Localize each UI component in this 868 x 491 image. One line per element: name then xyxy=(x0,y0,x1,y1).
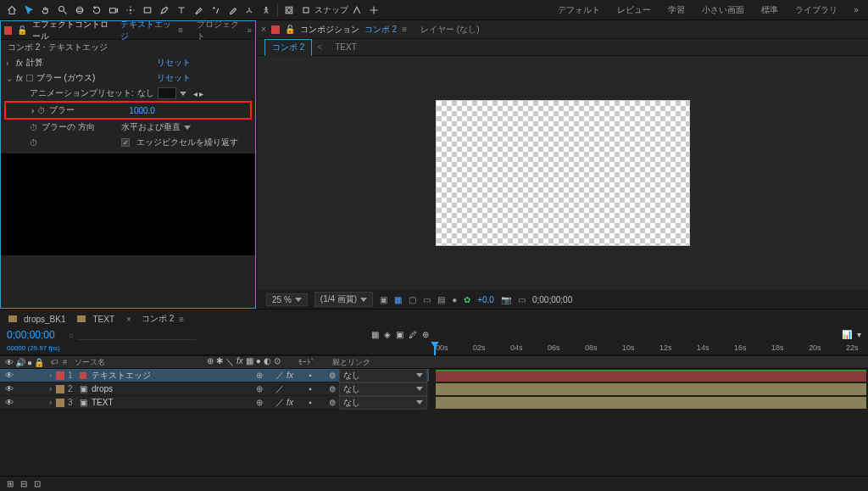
anchor-tool-icon[interactable] xyxy=(122,2,139,19)
fx-row-calculation[interactable]: › fx 計算 リセット xyxy=(1,55,255,70)
audio-toggle-icon[interactable]: 🔊 xyxy=(15,358,25,367)
label-color-swatch[interactable] xyxy=(56,385,64,393)
preset-swatch[interactable] xyxy=(158,87,176,99)
footer-toggle-3[interactable]: ⊡ xyxy=(34,479,41,488)
label-color-swatch[interactable] xyxy=(56,371,64,380)
fx1-reset[interactable]: リセット xyxy=(157,57,191,69)
video-toggle-icon[interactable]: 👁 xyxy=(5,358,14,367)
preset-next-icon[interactable]: ▸ xyxy=(199,89,203,98)
timeline-tab-dropsbk1[interactable]: drops_BK1 xyxy=(8,315,65,324)
blur-value[interactable]: 1000.0 xyxy=(129,106,155,115)
chevron-down-icon[interactable] xyxy=(184,126,191,130)
stopwatch-icon[interactable]: ⏱ xyxy=(30,138,38,148)
preset-prev-icon[interactable]: ◂ xyxy=(193,89,198,98)
pen-tool-icon[interactable] xyxy=(156,2,173,19)
pickwhip-icon[interactable]: ⊚ xyxy=(329,371,336,380)
footer-toggle-1[interactable]: ⊞ xyxy=(7,479,14,488)
lock-toggle-icon[interactable]: 🔒 xyxy=(34,358,44,367)
snap-toggle-icon[interactable] xyxy=(298,2,314,19)
viewer-subtab-text[interactable]: TEXT xyxy=(327,40,364,54)
workspace-default[interactable]: デフォルト xyxy=(551,3,607,18)
exposure-value[interactable]: +0.0 xyxy=(477,295,494,304)
chevron-down-icon[interactable] xyxy=(180,92,186,96)
resolution-dropdown[interactable]: (1/4 画質) xyxy=(314,292,373,307)
viewer-tab-comp[interactable]: コンポ 2 xyxy=(364,24,397,36)
region-icon[interactable]: ▭ xyxy=(423,295,431,304)
tl-icon-1[interactable]: ▦ xyxy=(371,330,379,339)
snap-extra-icon[interactable] xyxy=(365,2,382,19)
timeline-timecode[interactable]: 0;00;00;00 xyxy=(7,329,55,341)
zoom-dropdown[interactable]: 25 % xyxy=(266,293,308,306)
search-input[interactable] xyxy=(77,330,196,340)
workspace-library[interactable]: ライブラリ xyxy=(788,3,844,18)
eraser-tool-icon[interactable] xyxy=(224,2,241,19)
layer-tab[interactable]: レイヤー (なし) xyxy=(420,24,479,36)
zoom-tool-icon[interactable] xyxy=(54,2,71,19)
timeline-tab-comp2[interactable]: ×コンポ 2≡ xyxy=(126,313,184,325)
puppet-tool-icon[interactable] xyxy=(258,2,275,19)
video-toggle-icon[interactable]: 👁 xyxy=(5,384,14,393)
tl-icon-5[interactable]: ⊕ xyxy=(422,330,429,339)
video-toggle-icon[interactable]: 👁 xyxy=(5,398,14,407)
color-mgmt-icon[interactable]: ✿ xyxy=(464,295,470,304)
workspace-small[interactable]: 小さい画面 xyxy=(695,3,751,18)
show-snapshot-icon[interactable]: ▭ xyxy=(518,295,526,304)
rotate-tool-icon[interactable] xyxy=(88,2,105,19)
hand-tool-icon[interactable] xyxy=(37,2,54,19)
parent-dropdown[interactable]: なし xyxy=(339,369,427,382)
time-ruler[interactable]: 00s 02s 04s 06s 08s 10s 12s 14s 16s 18s … xyxy=(429,342,868,355)
transparency-grid-icon[interactable]: ▦ xyxy=(394,295,402,304)
pickwhip-icon[interactable]: ⊚ xyxy=(329,398,336,407)
fx-row-blur[interactable]: ⌄ fx ブラー (ガウス) リセット xyxy=(1,70,255,86)
layer-row[interactable]: 👁 › 3 ▣ TEXT ⊕／fx▪ ⊚なし xyxy=(0,396,429,410)
stopwatch-icon[interactable]: ⏱ xyxy=(30,123,38,132)
project-tab[interactable]: プロジェクト xyxy=(197,19,242,42)
ec-tab-layer[interactable]: テキストエッジ xyxy=(120,19,173,42)
preset-value[interactable]: なし xyxy=(137,87,154,99)
tl-icon-3[interactable]: ▣ xyxy=(396,330,403,339)
timeline-tab-text[interactable]: TEXT xyxy=(77,315,114,324)
snap-options-icon[interactable] xyxy=(348,2,365,19)
timeline-search[interactable]: ⌕ xyxy=(62,330,364,340)
pickwhip-icon[interactable]: ⊚ xyxy=(329,384,336,393)
text-tool-icon[interactable] xyxy=(173,2,190,19)
tl-icon-4[interactable]: 🖉 xyxy=(409,330,417,339)
ec-tab-label[interactable]: エフェクトコントロール xyxy=(32,19,115,42)
layer-bar[interactable] xyxy=(436,397,866,409)
blur-direction-value[interactable]: 水平および垂直 xyxy=(121,121,181,133)
workspace-more-icon[interactable]: » xyxy=(848,2,865,19)
col-parent[interactable]: 親とリンク xyxy=(329,357,868,368)
stopwatch-icon[interactable]: ⏱ xyxy=(37,106,46,115)
layer-bar[interactable] xyxy=(436,383,866,395)
selection-tool-icon[interactable] xyxy=(20,2,37,19)
snapshot-icon[interactable]: 📷 xyxy=(501,295,511,304)
workspace-review[interactable]: レビュー xyxy=(610,3,658,18)
layer-row[interactable]: 👁 › 2 ▣ drops ⊕／▪ ⊚なし xyxy=(0,382,429,396)
home-icon[interactable] xyxy=(3,2,20,19)
repeat-edge-checkbox[interactable]: ✓ xyxy=(121,138,130,147)
rect-tool-icon[interactable] xyxy=(139,2,156,19)
col-mode[interactable]: ﾓｰﾄﾞ xyxy=(295,358,329,366)
viewer-timecode[interactable]: 0;00;00;00 xyxy=(532,295,572,304)
orbit-tool-icon[interactable] xyxy=(71,2,88,19)
panel-menu-icon[interactable]: » xyxy=(247,25,252,35)
layer-bar[interactable] xyxy=(436,370,866,382)
viewer-subtab-comp[interactable]: コンポ 2 xyxy=(264,39,312,56)
workspace-learn[interactable]: 学習 xyxy=(661,3,692,18)
fx-toggle-icon[interactable] xyxy=(26,75,33,81)
viewer-canvas[interactable] xyxy=(258,56,868,290)
camera-tool-icon[interactable] xyxy=(105,2,122,19)
snap-label[interactable]: スナップ xyxy=(314,4,348,16)
roto-tool-icon[interactable] xyxy=(241,2,258,19)
fast-preview-icon[interactable]: ▣ xyxy=(380,295,387,304)
tl-icon-2[interactable]: ◈ xyxy=(384,330,391,339)
solo-toggle-icon[interactable]: ● xyxy=(27,358,32,367)
lock-icon[interactable]: 🔓 xyxy=(285,25,295,34)
fx2-reset[interactable]: リセット xyxy=(157,72,191,84)
parent-dropdown[interactable]: なし xyxy=(339,382,427,396)
mask-toggle-icon[interactable]: ▢ xyxy=(409,295,416,304)
guides-icon[interactable]: ▤ xyxy=(437,295,445,304)
clone-tool-icon[interactable] xyxy=(207,2,224,19)
graph-editor-icon[interactable]: 📊 xyxy=(842,330,852,339)
lock-icon[interactable]: 🔓 xyxy=(17,25,27,35)
